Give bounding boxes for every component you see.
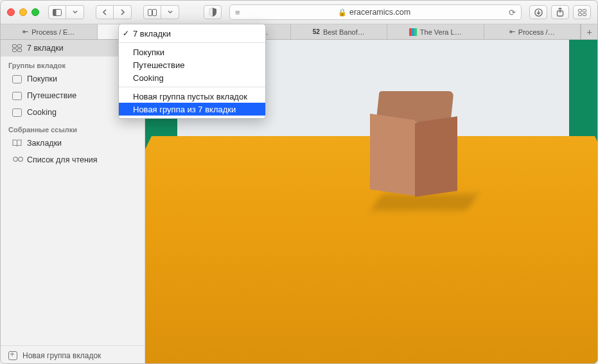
pin-icon: ⇤ bbox=[509, 28, 515, 36]
tab-label: Process /… bbox=[518, 28, 555, 36]
toolbar-right bbox=[529, 5, 591, 19]
dropdown-item-label: Новая группа из 7 вкладки bbox=[133, 105, 236, 114]
book-icon bbox=[12, 139, 22, 148]
sidebar-item-label: 7 вкладки bbox=[27, 44, 64, 53]
tab-group-chevron[interactable] bbox=[161, 5, 179, 19]
minimize-button[interactable] bbox=[19, 8, 27, 16]
svg-rect-9 bbox=[583, 13, 586, 15]
tab-label: Process / E… bbox=[31, 28, 75, 36]
sidebar-footer-new-group[interactable]: Новая группа вкладок bbox=[1, 345, 145, 364]
back-button[interactable] bbox=[96, 5, 114, 19]
sidebar-toggle-button[interactable] bbox=[48, 5, 66, 19]
tab-4[interactable]: The Vera L… bbox=[387, 24, 484, 39]
svg-rect-11 bbox=[18, 44, 22, 48]
svg-rect-2 bbox=[148, 9, 152, 15]
plus-square-icon bbox=[8, 351, 17, 360]
dropdown-item-new-empty[interactable]: Новая группа пустых вкладок bbox=[119, 90, 265, 103]
dropdown-item-group-2[interactable]: Cooking bbox=[119, 71, 265, 84]
reader-mode-icon[interactable]: ≡ bbox=[235, 8, 240, 17]
privacy-shield-button[interactable] bbox=[204, 5, 222, 19]
favicon-icon bbox=[409, 28, 417, 36]
folder-icon bbox=[12, 108, 22, 117]
svg-point-15 bbox=[19, 157, 23, 161]
tab-label: The Vera L… bbox=[420, 28, 462, 36]
tab-3[interactable]: 52 Best Banof… bbox=[291, 24, 388, 39]
address-bar[interactable]: ≡ 🔒 eraceramics.com ⟳ bbox=[229, 4, 522, 20]
dropdown-item-label: Покупки bbox=[133, 48, 164, 57]
sidebar-item-label: Cooking bbox=[27, 108, 57, 117]
tab-0[interactable]: ⇤ Process / E… bbox=[1, 24, 98, 39]
svg-rect-7 bbox=[583, 9, 586, 12]
tab-group-dropdown: 7 вкладки Покупки Путешествие Cooking Но… bbox=[118, 24, 266, 119]
close-button[interactable] bbox=[7, 8, 15, 16]
toolbar: ≡ 🔒 eraceramics.com ⟳ bbox=[1, 1, 597, 24]
svg-point-14 bbox=[13, 157, 18, 161]
grid-icon bbox=[12, 44, 22, 53]
sidebar-header-collected: Собранные ссылки bbox=[1, 121, 145, 135]
sidebar-footer-label: Новая группа вкладок bbox=[22, 351, 101, 360]
sidebar-toggle-group bbox=[48, 5, 84, 19]
svg-rect-13 bbox=[18, 49, 22, 52]
svg-rect-12 bbox=[13, 49, 17, 52]
dropdown-item-group-1[interactable]: Путешествие bbox=[119, 58, 265, 71]
nav-back-forward bbox=[96, 5, 132, 19]
sidebar-item-label: Список для чтения bbox=[27, 155, 98, 164]
reload-button[interactable]: ⟳ bbox=[509, 8, 516, 17]
share-button[interactable] bbox=[551, 5, 569, 19]
dropdown-item-label: Cooking bbox=[133, 73, 164, 83]
svg-rect-6 bbox=[578, 9, 581, 12]
svg-rect-3 bbox=[153, 9, 157, 15]
downloads-button[interactable] bbox=[529, 5, 547, 19]
new-tab-button[interactable]: + bbox=[581, 24, 597, 39]
favicon-icon: 52 bbox=[313, 28, 320, 35]
tab-overview-grid-button[interactable] bbox=[573, 5, 591, 19]
dropdown-item-group-0[interactable]: Покупки bbox=[119, 46, 265, 58]
forward-button[interactable] bbox=[114, 5, 132, 19]
lock-icon: 🔒 bbox=[338, 8, 347, 16]
divider bbox=[119, 42, 265, 43]
sidebar-bookmarks[interactable]: Закладки bbox=[1, 135, 145, 152]
decorative-clay-block bbox=[370, 91, 460, 194]
dropdown-item-label: 7 вкладки bbox=[133, 29, 171, 39]
url-text: 🔒 eraceramics.com bbox=[244, 8, 505, 17]
dropdown-item-new-from-tabs[interactable]: Новая группа из 7 вкладки bbox=[119, 103, 265, 116]
svg-rect-8 bbox=[578, 13, 581, 15]
tab-5[interactable]: ⇤ Process /… bbox=[484, 24, 581, 39]
pin-icon: ⇤ bbox=[22, 28, 28, 36]
sidebar-item-label: Закладки bbox=[27, 139, 62, 148]
tab-label: Best Banof… bbox=[323, 28, 365, 36]
sidebar-reading-list[interactable]: Список для чтения bbox=[1, 152, 145, 168]
sidebar-item-label: Покупки bbox=[27, 74, 57, 83]
tab-strip: ⇤ Process / E… Grand Cen… 52 Best Banof…… bbox=[1, 24, 597, 40]
svg-rect-1 bbox=[53, 9, 57, 15]
maximize-button[interactable] bbox=[31, 8, 39, 16]
divider bbox=[119, 87, 265, 87]
dropdown-item-label: Новая группа пустых вкладок bbox=[133, 92, 247, 101]
tab-overview-button[interactable] bbox=[143, 5, 161, 19]
folder-icon bbox=[12, 75, 22, 83]
folder-icon bbox=[12, 92, 22, 100]
sidebar-menu-chevron[interactable] bbox=[66, 5, 84, 19]
tab-group-picker bbox=[143, 5, 179, 19]
dropdown-item-label: Путешествие bbox=[133, 60, 184, 70]
sidebar-item-label: Путешествие bbox=[27, 91, 76, 100]
window-controls bbox=[7, 8, 39, 16]
svg-rect-10 bbox=[13, 44, 17, 48]
dropdown-item-current[interactable]: 7 вкладки bbox=[119, 27, 265, 40]
url-domain: eraceramics.com bbox=[349, 8, 410, 17]
window-body: 7 вкладки Группы вкладок Покупки Путешес… bbox=[1, 40, 597, 364]
glasses-icon bbox=[12, 156, 22, 164]
